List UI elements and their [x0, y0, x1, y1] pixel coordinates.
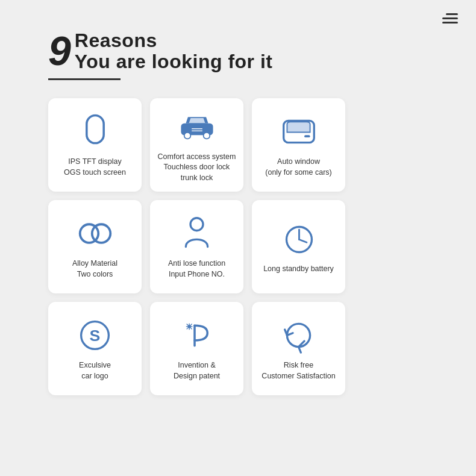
- hamburger-menu[interactable]: [442, 13, 458, 23]
- card-alloy-material: Alloy MaterialTwo colors: [48, 200, 142, 293]
- menu-bar-3: [442, 22, 458, 23]
- battery-clock-icon: [280, 221, 318, 258]
- title-line1: Reasons: [75, 30, 273, 51]
- svg-point-9: [92, 225, 110, 243]
- card-label-alloy-material: Alloy MaterialTwo colors: [72, 258, 117, 280]
- card-exclusive-logo: S Exculsivecar logo: [48, 302, 142, 395]
- svg-point-3: [203, 132, 210, 139]
- svg-point-2: [184, 132, 190, 139]
- card-label-long-standby: Long standby battery: [263, 264, 334, 275]
- refresh-icon: [280, 317, 318, 354]
- card-label-invention: Invention &Design patent: [174, 360, 220, 381]
- svg-point-10: [190, 218, 203, 231]
- person-icon: [178, 215, 216, 252]
- card-label-risk-free: Risk freeCustomer Satisfaction: [261, 360, 335, 381]
- circles-icon: [77, 215, 114, 252]
- card-anti-lose: Anti lose functionInput Phone NO.: [150, 200, 243, 293]
- card-label-auto-window: Auto window(only for some cars): [265, 157, 331, 178]
- cards-grid: IPS TFT displayOGS touch screen: [0, 80, 476, 395]
- patent-icon: [178, 317, 216, 354]
- card-comfort-access: Comfort access systemTouchless door lock…: [150, 98, 243, 192]
- screen-icon: [77, 113, 114, 151]
- car-front-icon: [178, 108, 216, 146]
- svg-text:S: S: [89, 327, 100, 345]
- header: 9 Reasons You are looking for it: [0, 0, 476, 80]
- page-container: 9 Reasons You are looking for it IPS TFT…: [0, 0, 476, 476]
- svg-line-13: [299, 240, 306, 243]
- card-label-ips-tft: IPS TFT displayOGS touch screen: [64, 157, 126, 178]
- card-risk-free: Risk freeCustomer Satisfaction: [252, 302, 345, 395]
- menu-bar-2: [442, 17, 458, 19]
- title-text: Reasons You are looking for it: [75, 30, 273, 72]
- big-nine: 9: [48, 30, 71, 71]
- card-label-exclusive-logo: Exculsivecar logo: [79, 360, 111, 381]
- card-ips-tft: IPS TFT displayOGS touch screen: [48, 98, 142, 192]
- svg-rect-0: [86, 116, 103, 143]
- svg-rect-7: [304, 136, 310, 138]
- card-label-anti-lose: Anti lose functionInput Phone NO.: [168, 258, 225, 280]
- card-long-standby: Long standby battery: [252, 200, 345, 293]
- car-door-icon: [280, 113, 318, 151]
- s-logo-icon: S: [77, 317, 114, 354]
- header-title: 9 Reasons You are looking for it: [48, 30, 476, 72]
- card-label-comfort-access: Comfort access systemTouchless door lock…: [158, 152, 236, 184]
- menu-bar-1: [446, 13, 458, 15]
- title-line2: You are looking for it: [75, 51, 273, 72]
- card-auto-window: Auto window(only for some cars): [252, 98, 345, 192]
- card-invention: Invention &Design patent: [150, 302, 243, 395]
